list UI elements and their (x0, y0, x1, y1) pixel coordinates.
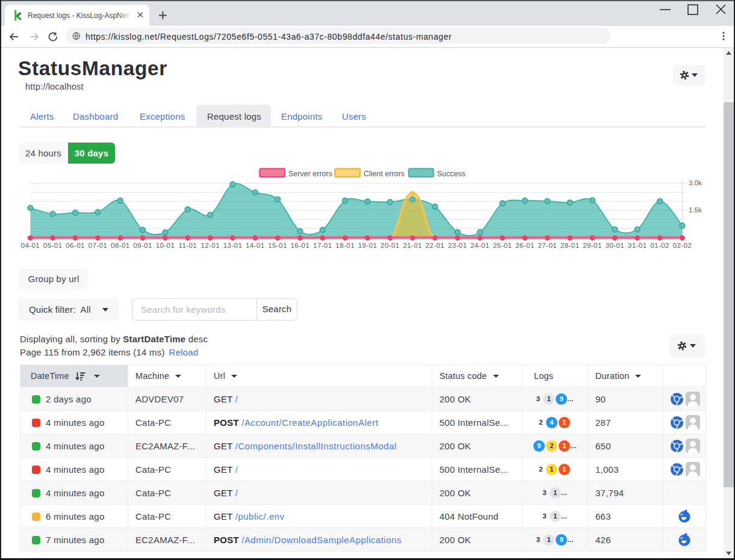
svg-text:06-01: 06-01 (66, 241, 85, 250)
svg-text:09-01: 09-01 (133, 241, 152, 250)
svg-text:11-01: 11-01 (178, 241, 197, 250)
svg-text:Client errors: Client errors (364, 170, 405, 178)
svg-text:17-01: 17-01 (313, 241, 332, 250)
svg-text:26-01: 26-01 (515, 241, 535, 250)
svg-text:20-01: 20-01 (380, 241, 400, 250)
svg-text:27-01: 27-01 (538, 241, 557, 250)
svg-text:13-01: 13-01 (223, 241, 243, 250)
svg-text:29-01: 29-01 (583, 241, 602, 250)
svg-text:23-01: 23-01 (448, 241, 467, 250)
svg-text:05-01: 05-01 (43, 241, 63, 250)
svg-text:3.0k: 3.0k (689, 179, 702, 186)
svg-text:15-01: 15-01 (268, 241, 287, 250)
svg-text:Server errors: Server errors (288, 170, 332, 178)
svg-text:12-01: 12-01 (200, 241, 220, 250)
svg-text:01-02: 01-02 (650, 241, 669, 250)
svg-text:25-01: 25-01 (493, 241, 512, 250)
svg-text:18-01: 18-01 (335, 241, 355, 250)
svg-text:14-01: 14-01 (246, 241, 265, 250)
svg-text:19-01: 19-01 (358, 241, 377, 250)
svg-text:04-01: 04-01 (21, 241, 40, 250)
svg-text:02-02: 02-02 (673, 241, 692, 250)
svg-text:31-01: 31-01 (628, 241, 647, 250)
svg-text:21-01: 21-01 (403, 241, 422, 250)
svg-text:1.5k: 1.5k (689, 206, 702, 214)
svg-text:30-01: 30-01 (606, 241, 625, 250)
svg-text:24-01: 24-01 (470, 241, 489, 250)
svg-text:22-01: 22-01 (426, 241, 445, 250)
svg-text:Success: Success (437, 170, 465, 178)
svg-text:08-01: 08-01 (111, 241, 130, 250)
svg-text:28-01: 28-01 (560, 241, 580, 250)
svg-text:16-01: 16-01 (291, 241, 310, 250)
svg-text:10-01: 10-01 (156, 241, 175, 250)
svg-text:07-01: 07-01 (88, 241, 108, 250)
